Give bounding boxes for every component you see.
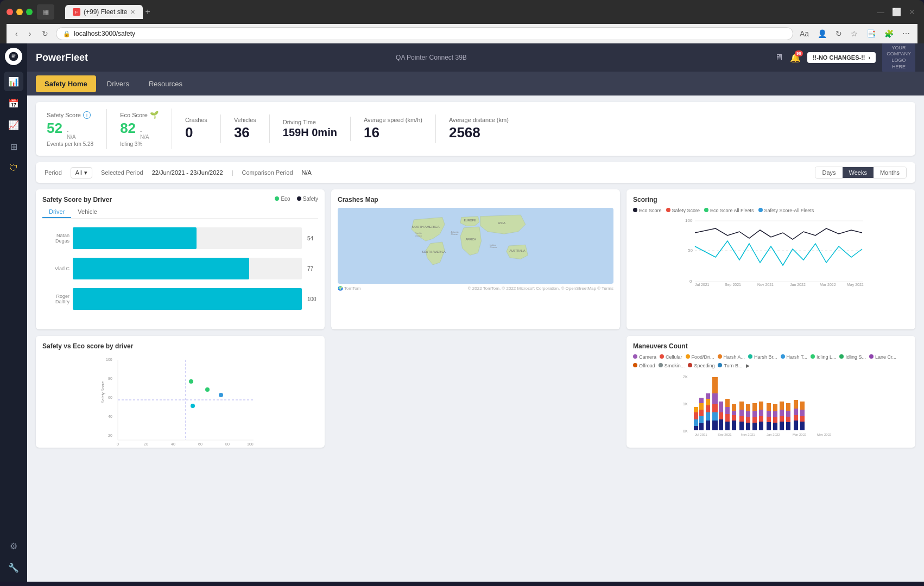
avg-speed-label: Average speed (km/h): [364, 117, 422, 123]
svg-text:May 2022: May 2022: [817, 433, 832, 436]
scoring-chart: 100 50 0 Jul 2021: [633, 216, 909, 287]
safety-score-info-icon[interactable]: i: [83, 111, 91, 119]
bar-inner-3: [73, 288, 302, 310]
driver-tab-driver[interactable]: Driver: [42, 206, 71, 218]
nav-tab-drivers[interactable]: Drivers: [98, 75, 138, 92]
days-button[interactable]: Days: [815, 167, 842, 178]
svg-rect-50: [694, 426, 698, 430]
extension-icon[interactable]: 🧩: [882, 27, 896, 40]
svg-rect-111: [786, 422, 790, 430]
crashes-map: NORTH AMERICA SOUTH AMERICA EUROPE AFRIC…: [338, 208, 613, 284]
tab-close-icon[interactable]: ✕: [130, 9, 135, 16]
svg-rect-98: [767, 417, 771, 423]
table-row: Vlad C 77: [42, 258, 318, 279]
driver-name-3: Roger Dalttry: [42, 294, 69, 304]
bar-val-1: 54: [307, 235, 318, 241]
sidebar-item-chart[interactable]: 📈: [4, 115, 23, 135]
forward-button[interactable]: ›: [26, 28, 35, 39]
url-bar[interactable]: 🔒 localhost:3000/safety: [56, 27, 793, 40]
stats-row: Safety Score i 52 - N/A Events per km 5.…: [36, 102, 915, 156]
driver-card-header: Safety Score by Driver Eco Safety: [42, 196, 318, 206]
lock-icon: 🔒: [63, 30, 71, 37]
safety-vs-eco-card: Safety vs Eco score by driver 100 80 60 …: [36, 336, 325, 448]
close-window-button[interactable]: ✕: [907, 5, 917, 18]
profile-icon[interactable]: 👤: [815, 27, 829, 40]
svg-text:100: 100: [685, 218, 693, 223]
bar-val-3: 100: [307, 296, 318, 302]
svg-text:ASIA: ASIA: [498, 221, 506, 225]
svg-rect-89: [752, 411, 757, 418]
star-icon[interactable]: ☆: [849, 27, 860, 40]
collection-icon[interactable]: 📑: [864, 27, 878, 40]
minimize-window-button[interactable]: —: [875, 5, 887, 18]
svg-rect-58: [699, 398, 704, 403]
driver-tab-vehicle[interactable]: Vehicle: [71, 206, 103, 218]
scatter-chart: 100 80 60 40 20 Safety Score 0 20 40 60: [42, 354, 318, 441]
months-button[interactable]: Months: [874, 167, 906, 178]
sidebar-item-shield[interactable]: 🛡: [4, 158, 23, 178]
svg-text:Ocean: Ocean: [490, 246, 497, 249]
nav-tab-resources[interactable]: Resources: [140, 75, 191, 92]
maximize-window-button[interactable]: ⬜: [890, 5, 903, 18]
notification-bell[interactable]: 🔔 99: [790, 53, 801, 63]
eco-score-comparison: -N/A: [140, 128, 149, 140]
back-button[interactable]: ‹: [12, 28, 21, 39]
svg-text:Sep 2021: Sep 2021: [725, 283, 741, 287]
translate-icon[interactable]: Aa: [798, 27, 811, 40]
scatter-svg: 100 80 60 40 20 Safety Score 0 20 40 60: [42, 354, 318, 447]
svg-text:100: 100: [106, 358, 112, 361]
maximize-button[interactable]: [26, 9, 33, 15]
period-chevron-icon: ▾: [84, 169, 87, 176]
maneuvers-svg: 2K 1K 0K: [633, 372, 909, 437]
nav-tab-safety-home[interactable]: Safety Home: [36, 75, 96, 92]
minimize-button[interactable]: [16, 9, 23, 15]
svg-rect-102: [773, 417, 777, 423]
crashes-value: 0: [185, 124, 193, 141]
legend-offroad: Offroad: [633, 363, 655, 368]
weeks-button[interactable]: Weeks: [843, 167, 874, 178]
browser-nav: ‹ › ↻ 🔒 localhost:3000/safety Aa 👤 ↻ ☆ 📑…: [7, 24, 917, 43]
period-separator: |: [232, 169, 233, 176]
legend-speeding: Speeding: [688, 363, 714, 368]
alert-chevron: ›: [868, 54, 870, 61]
close-button[interactable]: [7, 9, 13, 15]
svg-point-43: [189, 379, 193, 384]
bar-outer-1: [73, 227, 302, 249]
avg-speed-stat: Average speed (km/h) 16: [351, 114, 436, 143]
new-tab-button[interactable]: +: [145, 7, 150, 17]
more-icon[interactable]: ⋯: [900, 27, 912, 40]
legend-harsh-br: Harsh Br...: [748, 354, 777, 360]
legend-food: Food/Dri...: [686, 354, 714, 360]
eco-score-stat: Eco Score 🌱 82 -N/A Idling 3%: [107, 109, 172, 149]
sidebar-item-analytics[interactable]: 📊: [4, 72, 23, 91]
powerfleet-logo-icon: [8, 51, 19, 62]
svg-text:0K: 0K: [683, 429, 688, 433]
svg-rect-53: [694, 407, 698, 412]
driver-bar-chart: Natan Degas 54 Vlad C 77: [42, 223, 318, 323]
refresh-button[interactable]: ↻: [39, 28, 52, 39]
active-tab[interactable]: F (+99) Fleet site ✕: [65, 5, 143, 19]
sidebar-toggle[interactable]: ▦: [37, 4, 54, 20]
sidebar-item-tools[interactable]: 🔧: [4, 558, 23, 577]
sidebar-item-calendar[interactable]: 📅: [4, 93, 23, 113]
svg-rect-71: [719, 419, 723, 430]
vehicles-label: Vehicles: [234, 117, 256, 123]
scoring-legend: Eco Score Safety Score Eco Score All Fle…: [633, 208, 909, 213]
period-select[interactable]: All ▾: [71, 167, 92, 179]
svg-text:Jul 2021: Jul 2021: [695, 433, 707, 436]
svg-text:SOUTH AMERICA: SOUTH AMERICA: [422, 250, 446, 253]
period-row: Period All ▾ Selected Period 22/Jun/2021…: [36, 162, 915, 183]
avg-distance-label: Average distance (km): [449, 117, 509, 123]
legend-more[interactable]: ▶: [746, 363, 750, 368]
period-select-value: All: [75, 169, 82, 176]
browser-window-actions: — ⬜ ✕: [875, 5, 917, 18]
maneuvers-count-card: Maneuvers Count Camera Cellular Food/Dri…: [626, 336, 915, 448]
sidebar-item-grid[interactable]: ⊞: [4, 137, 23, 156]
svg-text:AFRICA: AFRICA: [466, 238, 477, 241]
sidebar-item-settings[interactable]: ⚙: [4, 536, 23, 556]
avg-distance-stat: Average distance (km) 2568: [436, 114, 522, 143]
monitor-icon[interactable]: 🖥: [775, 53, 783, 62]
refresh-icon[interactable]: ↻: [833, 27, 844, 40]
legend-smoking: Smokin...: [659, 363, 685, 368]
svg-rect-66: [712, 404, 718, 412]
